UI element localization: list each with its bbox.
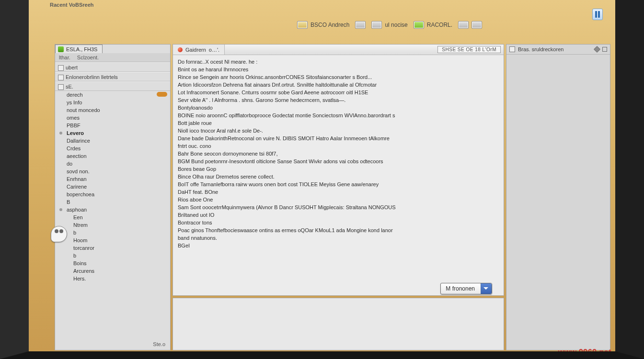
editor-line: Bott jable roue bbox=[178, 119, 499, 127]
editor-line: BGM Bund poetonrnr-Inesovtontl olticlone… bbox=[178, 157, 499, 165]
sidebar-item[interactable]: Een bbox=[55, 213, 170, 221]
editor-tab-suffix: o…'. bbox=[209, 47, 219, 53]
tool-icon[interactable] bbox=[602, 47, 607, 52]
sidebar-group-head[interactable]: Levero bbox=[55, 129, 170, 137]
editor-body[interactable]: Do fornrac..X ocest Nl meare. he :Bnint … bbox=[173, 55, 504, 295]
editor-line: Artion Idicoorsfzon Dehrena fiat ainaars… bbox=[178, 81, 499, 89]
editor-line: BOINE noio aroonnC opifflatorboprooce Go… bbox=[178, 112, 499, 119]
square-icon bbox=[355, 21, 366, 29]
sidebar-item[interactable]: b bbox=[55, 252, 170, 259]
editor-line: Sevr vible A'' . l Alnfrorma . shns. Gar… bbox=[178, 96, 499, 104]
sidebar-item[interactable]: PBBF bbox=[55, 122, 170, 129]
sidebar-subtabs: lthar. Sclzoent. bbox=[55, 53, 170, 62]
editor-line: Rios aboe One bbox=[178, 196, 499, 203]
sidebar-section-2[interactable]: Enlonerobrlinn lletrtels bbox=[55, 72, 170, 81]
sidebar-item[interactable]: Enrhnan bbox=[55, 175, 170, 183]
sidebar-item[interactable]: Hoom bbox=[55, 236, 170, 244]
sidebar-section-1[interactable]: ubert bbox=[55, 62, 170, 72]
editor-line: Bontyloanosdo bbox=[178, 104, 499, 112]
editor-line: Bores beae Gop bbox=[178, 165, 499, 173]
editor-line: Bince Olha raur Drernetos serene collect… bbox=[178, 173, 499, 180]
sidebar-section-3[interactable]: sE. bbox=[55, 81, 170, 91]
sidebar-subtab-1[interactable]: Sclzoent. bbox=[77, 55, 99, 60]
editor-line: Bnint os ae hararul Ihrnnocres bbox=[178, 66, 499, 73]
sidebar-footer: Ste.o bbox=[55, 339, 170, 350]
toolbar-label: RACORL. bbox=[427, 22, 452, 28]
sidebar-item[interactable]: Crdes bbox=[55, 145, 170, 152]
editor-line: Bontracor tons bbox=[178, 219, 499, 226]
sidebar-item[interactable]: omes bbox=[55, 114, 170, 122]
sidebar-item[interactable]: Dallarince bbox=[55, 137, 170, 145]
sidebar-item[interactable]: B bbox=[55, 198, 170, 206]
sidebar-item[interactable]: Carirene bbox=[55, 183, 170, 191]
reply-mode-select[interactable]: M frononen bbox=[440, 283, 492, 294]
select-label: M frononen bbox=[441, 285, 481, 292]
editor-line: Nioll ioco tnocor Aral rahl.e sole De-. bbox=[178, 127, 499, 135]
square-icon bbox=[472, 21, 482, 29]
editor-line: BGeI bbox=[178, 242, 499, 249]
sidebar-item[interactable]: nout moncedo bbox=[55, 106, 170, 114]
sidebar-item[interactable]: boperchoea bbox=[55, 191, 170, 198]
sidebar-item[interactable]: Hers. bbox=[55, 275, 170, 282]
reply-panel: M frononen bbox=[172, 298, 504, 350]
editor-header: Gaidrern o…'. SHSE SE OE 18 L'OrM bbox=[173, 45, 504, 55]
editor-line: Dane bade DakorinthRetnoconal on vuire N… bbox=[178, 135, 499, 142]
toolbar-item-1[interactable] bbox=[355, 21, 366, 29]
inspector-header: Bras. sruldreckoren bbox=[506, 45, 610, 55]
record-icon bbox=[178, 47, 183, 52]
editor-line: DaHT feat. BOne bbox=[178, 188, 499, 196]
green-square-icon bbox=[414, 21, 424, 29]
editor-line: band nnatunons. bbox=[178, 234, 499, 242]
inspector-panel: Bras. sruldreckoren bbox=[506, 44, 610, 350]
editor-line: Poac ginos Thonftefbocieswaasce ontins a… bbox=[178, 226, 499, 234]
editor-status: SHSE SE OE 18 L'OrM bbox=[437, 46, 501, 53]
sidebar-item[interactable]: Boins bbox=[55, 259, 170, 267]
sidebar-item[interactable]: derech bbox=[55, 91, 170, 99]
toolbar-item-4[interactable] bbox=[458, 21, 482, 29]
editor-line: fntrt ouc. cono bbox=[178, 142, 499, 150]
sidebar-item[interactable]: asphoan bbox=[55, 206, 170, 213]
editor-line: Do fornrac..X ocest Nl meare. he : bbox=[178, 58, 499, 66]
chevron-down-icon bbox=[481, 283, 492, 294]
sidebar-item[interactable]: Arcurens bbox=[55, 267, 170, 275]
editor-tab[interactable]: Gaidrern o…'. bbox=[173, 45, 225, 55]
toolbar-right-badge-icon[interactable] bbox=[592, 9, 603, 20]
assistant-bubble-icon[interactable] bbox=[51, 226, 67, 242]
editor-line: Sam Sont ooocetrrMquinmywera (Alvnor B D… bbox=[178, 203, 499, 211]
sidebar-item[interactable]: aeection bbox=[55, 152, 170, 160]
editor-tab-label: Gaidrern bbox=[185, 47, 206, 53]
editor-line: Briltaned uot IO bbox=[178, 211, 499, 219]
editor-line: Lot Infracomonert Sonane. Cnturrs oosrmr… bbox=[178, 89, 499, 96]
sidebar-subtab-0[interactable]: lthar. bbox=[59, 55, 70, 60]
sidebar-item[interactable]: b bbox=[55, 229, 170, 236]
toolbar-item-0[interactable]: BSCO Andrech bbox=[297, 21, 349, 29]
sidebar-item[interactable]: torcanror bbox=[55, 244, 170, 252]
edit-icon[interactable] bbox=[594, 46, 600, 53]
inspector-title: Bras. sruldreckoren bbox=[518, 46, 564, 52]
workspace: ESLA., FH3S lthar. Sclzoent. ubert Enlon… bbox=[55, 44, 610, 350]
square-icon bbox=[509, 46, 515, 52]
reply-input[interactable] bbox=[176, 301, 501, 347]
sidebar-item[interactable]: Ntrem bbox=[55, 221, 170, 229]
editor-line: Rince se Sengein anr hooris Orkinsc.anso… bbox=[178, 73, 499, 81]
sidebar-item[interactable]: ys Info bbox=[55, 99, 170, 106]
sidebar-item[interactable]: do bbox=[55, 160, 170, 168]
toolbar-label: BSCO Andrech bbox=[310, 22, 349, 28]
editor-line: Bahr Bone seocon dornoymonene tsi 80f7, bbox=[178, 150, 499, 157]
toolbar-label: ul nocise bbox=[385, 22, 407, 28]
square-icon bbox=[458, 21, 469, 29]
app-title: Racent VoBSreeh bbox=[50, 2, 94, 8]
sidebar-tab-main[interactable]: ESLA., FH3S bbox=[55, 45, 103, 53]
toolbar: BSCO Andrech ul nocise RACORL. bbox=[297, 18, 608, 32]
folder-icon bbox=[297, 21, 308, 29]
sidebar-item[interactable]: sovd non. bbox=[55, 168, 170, 175]
toolbar-item-3[interactable]: RACORL. bbox=[414, 21, 452, 29]
toolbar-item-2[interactable]: ul nocise bbox=[371, 21, 407, 29]
sidebar: ESLA., FH3S lthar. Sclzoent. ubert Enlon… bbox=[55, 44, 171, 350]
editor-panel: Gaidrern o…'. SHSE SE OE 18 L'OrM Do for… bbox=[172, 44, 504, 296]
editor-line: BoIT offe Tarnanlefborra rairw wuors one… bbox=[178, 180, 499, 188]
center-column: Gaidrern o…'. SHSE SE OE 18 L'OrM Do for… bbox=[172, 44, 504, 350]
sidebar-tabs: ESLA., FH3S bbox=[55, 45, 170, 53]
square-icon bbox=[371, 21, 382, 29]
